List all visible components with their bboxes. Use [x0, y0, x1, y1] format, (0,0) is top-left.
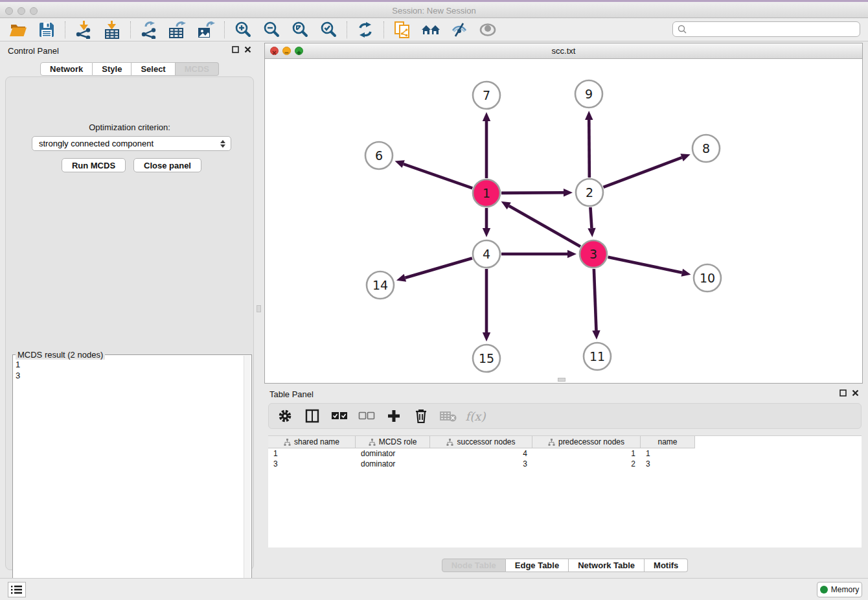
mcds-result-text[interactable]: 1 3: [16, 359, 242, 596]
import-table-icon[interactable]: [100, 20, 124, 40]
main-toolbar: [0, 18, 868, 41]
table-tabs: Node TableEdge TableNetwork TableMotifs: [264, 559, 865, 572]
delete-table-icon: [440, 408, 457, 424]
tab-select[interactable]: Select: [131, 62, 175, 76]
tab-network[interactable]: Network: [40, 62, 93, 76]
edge-1-6[interactable]: [404, 164, 473, 188]
cell-shared-name[interactable]: 1: [268, 448, 356, 459]
export-table-icon[interactable]: [166, 20, 189, 40]
task-history-button[interactable]: [8, 582, 26, 597]
close-panel-button[interactable]: Close panel: [133, 158, 201, 172]
edge-1-2[interactable]: [501, 192, 564, 193]
column-header-mcds-role[interactable]: MCDS role: [356, 436, 430, 448]
run-mcds-button[interactable]: Run MCDS: [62, 158, 126, 172]
create-column-icon[interactable]: [385, 408, 402, 424]
edge-3-10[interactable]: [608, 257, 682, 273]
float-panel-icon[interactable]: [232, 46, 239, 53]
tab-motifs[interactable]: Motifs: [645, 559, 688, 572]
edge-3-11[interactable]: [594, 269, 597, 330]
graph-node-label-4: 4: [483, 247, 490, 261]
clone-network-icon[interactable]: [391, 20, 414, 40]
arrowhead-2-3: [588, 228, 595, 237]
graph-node-label-8: 8: [702, 141, 710, 156]
splitter-grip[interactable]: [257, 305, 261, 312]
arrowhead-1-7: [483, 112, 490, 121]
zoom-out-icon[interactable]: [260, 20, 283, 40]
tab-edge-table[interactable]: Edge Table: [506, 559, 569, 572]
column-header-name[interactable]: name: [641, 436, 695, 448]
import-network-icon[interactable]: [72, 20, 95, 40]
memory-button[interactable]: Memory: [817, 582, 862, 597]
export-image-icon[interactable]: [194, 20, 218, 40]
result-scrollbar[interactable]: [244, 356, 251, 598]
open-file-icon[interactable]: [6, 20, 30, 40]
network-view-title: scc.txt: [265, 46, 862, 56]
first-neighbors-icon[interactable]: [419, 20, 442, 40]
cell-predecessor-nodes[interactable]: 1: [532, 448, 641, 459]
search-box[interactable]: [672, 21, 860, 37]
cell-mcds-role[interactable]: dominator: [356, 459, 430, 469]
search-input[interactable]: [687, 23, 860, 35]
tab-style[interactable]: Style: [93, 62, 131, 76]
close-panel-icon[interactable]: [244, 46, 251, 53]
table-settings-gear-icon[interactable]: [277, 408, 293, 424]
status-bar: Memory: [0, 578, 868, 600]
show-column-panel-icon[interactable]: [304, 408, 321, 424]
select-all-columns-icon[interactable]: [331, 408, 348, 424]
edge-4-14[interactable]: [405, 258, 472, 277]
app-title: Session: New Session: [0, 6, 868, 16]
graph-node-label-2: 2: [586, 185, 593, 200]
cell-successor-nodes[interactable]: 3: [430, 459, 532, 469]
mcds-panel: Optimization criterion: strongly connect…: [5, 76, 254, 570]
toolbar-separator: [130, 21, 131, 38]
graph-node-label-7: 7: [483, 88, 490, 102]
optimization-criterion-label: Optimization criterion:: [6, 122, 253, 132]
table-row[interactable]: 3dominator323: [268, 459, 862, 469]
network-graph-canvas[interactable]: 1234678910111415: [265, 59, 862, 383]
edge-3-1[interactable]: [509, 206, 580, 247]
cell-name[interactable]: 3: [641, 459, 695, 469]
float-table-panel-icon[interactable]: [839, 389, 847, 397]
cell-predecessor-nodes[interactable]: 2: [532, 459, 641, 469]
arrowhead-4-3: [567, 250, 577, 258]
graph-node-label-1: 1: [483, 186, 490, 200]
graph-node-label-15: 15: [479, 351, 494, 365]
graph-node-label-14: 14: [372, 278, 388, 292]
zoom-in-icon[interactable]: [231, 20, 255, 40]
edge-2-9[interactable]: [589, 120, 589, 178]
tab-mcds[interactable]: MCDS: [176, 62, 219, 76]
zoom-fit-icon[interactable]: [288, 20, 312, 40]
show-all-icon[interactable]: [476, 20, 499, 40]
cell-shared-name[interactable]: 3: [268, 459, 356, 469]
deselect-all-columns-icon[interactable]: [358, 408, 375, 424]
column-type-icon: [446, 439, 453, 446]
column-header-shared-name[interactable]: shared name: [268, 436, 356, 448]
zoom-selected-icon[interactable]: [317, 20, 340, 40]
close-table-panel-icon[interactable]: [852, 389, 859, 397]
arrowhead-1-2: [564, 189, 573, 196]
tab-node-table[interactable]: Node Table: [442, 559, 506, 572]
cell-successor-nodes[interactable]: 4: [430, 448, 532, 459]
column-header-predecessor-nodes[interactable]: predecessor nodes: [532, 436, 641, 448]
column-header-successor-nodes[interactable]: successor nodes: [430, 436, 532, 448]
delete-column-icon[interactable]: [413, 408, 429, 424]
refresh-layout-icon[interactable]: [354, 20, 377, 40]
edge-2-3[interactable]: [590, 207, 591, 228]
graph-node-label-3: 3: [589, 247, 597, 261]
criterion-dropdown[interactable]: strongly connected component: [32, 136, 231, 151]
graph-node-label-6: 6: [375, 148, 383, 163]
cell-name[interactable]: 1: [641, 448, 695, 459]
mcds-result-title: MCDS result (2 nodes): [16, 350, 105, 360]
cell-mcds-role[interactable]: dominator: [356, 448, 430, 459]
toolbar-separator: [383, 21, 384, 38]
toolbar-separator: [65, 21, 65, 38]
edge-2-8[interactable]: [604, 157, 682, 187]
export-network-icon[interactable]: [137, 20, 161, 40]
hide-selected-icon[interactable]: [448, 20, 471, 40]
memory-label: Memory: [831, 585, 859, 594]
horizontal-scrollbar-thumb[interactable]: [558, 378, 565, 382]
network-window-titlebar: scc.txt: [265, 43, 862, 59]
table-row[interactable]: 1dominator411: [268, 448, 862, 459]
tab-network-table[interactable]: Network Table: [569, 559, 645, 572]
save-session-icon[interactable]: [35, 20, 58, 40]
